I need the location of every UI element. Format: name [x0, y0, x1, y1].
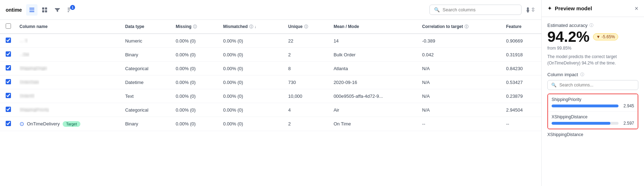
- col-name-cell: ...Del: [14, 48, 119, 62]
- impact-bar-fill: [552, 122, 610, 125]
- list-view-button[interactable]: [26, 4, 38, 16]
- table-row: ⊙ OnTimeDelivery Target Binary 0.00% (0)…: [0, 117, 541, 131]
- feature-cell: 0.31918: [501, 48, 541, 62]
- impact-bar-row: 2.597: [552, 121, 634, 126]
- data-table: Column name Data type Missing ⓘ Mismatch…: [0, 20, 541, 131]
- panel-close-button[interactable]: ×: [634, 5, 638, 12]
- row-checkbox[interactable]: [6, 51, 11, 57]
- feature-cell: 0.53427: [501, 75, 541, 89]
- collapse-button[interactable]: ⇳: [524, 4, 536, 16]
- unique-cell: 22: [283, 34, 328, 48]
- mismatched-sort-icon[interactable]: ↓: [255, 24, 257, 29]
- extra-impact-item: XShippingDistance: [547, 129, 638, 137]
- table-row: OrderDate Datetime 0.00% (0) 0.00% (0) 7…: [0, 75, 541, 89]
- unique-cell: 8: [283, 62, 328, 75]
- table-row: OrderID Text 0.00% (0) 0.00% (0) 10,000 …: [0, 89, 541, 103]
- impact-bar-bg: [552, 105, 619, 107]
- header-correlation: Correlation to target ⓘ: [416, 20, 500, 34]
- impact-value: 2.597: [621, 121, 634, 126]
- accuracy-info-icon[interactable]: ⓘ: [589, 23, 593, 28]
- row-checkbox-cell: [0, 75, 14, 89]
- correlation-cell: N/A: [416, 89, 500, 103]
- missing-cell: 0.00% (0): [170, 117, 217, 131]
- mismatched-cell: 0.00% (0): [217, 117, 283, 131]
- correlation-cell: --: [416, 117, 500, 131]
- row-checkbox[interactable]: [6, 79, 11, 84]
- impact-item-name: XShippingDistance: [552, 114, 634, 119]
- mismatched-cell: 0.00% (0): [217, 48, 283, 62]
- data-type-cell: Categorical: [119, 103, 170, 117]
- row-checkbox-cell: [0, 48, 14, 62]
- svg-rect-0: [29, 8, 34, 9]
- mean-mode-cell: Atlanta: [328, 62, 416, 75]
- row-checkbox[interactable]: [6, 107, 11, 112]
- row-checkbox-cell: [0, 62, 14, 75]
- svg-rect-8: [68, 10, 70, 10]
- column-impact-label: Column impact ⓘ: [547, 72, 638, 77]
- accuracy-desc: The model predicts the correct target (O…: [547, 53, 638, 66]
- data-type-cell: Datetime: [119, 75, 170, 89]
- panel-search-box: 🔍: [547, 80, 638, 90]
- table-row: .... 5 Numeric 0.00% (0) 0.00% (0) 22 14…: [0, 34, 541, 48]
- column-name-value: OrderID: [19, 94, 35, 98]
- header-mean-mode: Mean / Mode: [328, 20, 416, 34]
- data-type-cell: Binary: [119, 117, 170, 131]
- panel-header: ✦ Preview model ×: [542, 0, 644, 17]
- svg-rect-4: [45, 7, 47, 10]
- correlation-cell: 0.042: [416, 48, 500, 62]
- header-column-name: Column name: [14, 20, 119, 34]
- svg-rect-3: [42, 7, 44, 10]
- accuracy-row: 94.2% ▼ -5.65%: [547, 29, 638, 44]
- feature-cell: --: [501, 117, 541, 131]
- unique-cell: 730: [283, 75, 328, 89]
- impact-bar-row: 2.945: [552, 103, 634, 108]
- panel-title: Preview model: [555, 5, 632, 11]
- row-checkbox[interactable]: [6, 121, 11, 126]
- mean-mode-cell: Air: [328, 103, 416, 117]
- select-all-checkbox[interactable]: [6, 23, 11, 29]
- missing-info-icon[interactable]: ⓘ: [193, 24, 197, 29]
- mismatched-cell: 0.00% (0): [217, 103, 283, 117]
- filter-button[interactable]: [52, 4, 63, 16]
- unique-cell: 10,000: [283, 89, 328, 103]
- correlation-cell: N/A: [416, 75, 500, 89]
- mismatched-cell: 0.00% (0): [217, 34, 283, 48]
- missing-cell: 0.00% (0): [170, 75, 217, 89]
- mismatched-info-icon[interactable]: ⓘ: [249, 24, 253, 29]
- app-title: ontime: [6, 7, 22, 13]
- col-name-cell: ShippingPriority: [14, 103, 119, 117]
- right-panel: ✦ Preview model × Estimated accuracy ⓘ 9…: [541, 0, 644, 186]
- data-type-cell: Categorical: [119, 62, 170, 75]
- header-feature: Feature: [501, 20, 541, 34]
- row-checkbox[interactable]: [6, 65, 11, 71]
- row-checkbox[interactable]: [6, 38, 11, 43]
- column-name-value: ShippingPriority: [19, 107, 49, 112]
- search-columns-input[interactable]: [443, 7, 517, 12]
- col-name-cell: OrderID: [14, 89, 119, 103]
- correlation-info-icon[interactable]: ⓘ: [465, 24, 468, 29]
- mean-mode-cell: On Time: [328, 117, 416, 131]
- header-missing: Missing ⓘ: [170, 20, 217, 34]
- column-name-value: ShippingOrigin: [19, 66, 47, 71]
- data-type-cell: Text: [119, 89, 170, 103]
- table-row: ...Del Binary 0.00% (0) 0.00% (0) 2 Bulk…: [0, 48, 541, 62]
- row-checkbox-cell: [0, 103, 14, 117]
- panel-search-input[interactable]: [559, 83, 634, 88]
- sort-button[interactable]: 1: [64, 4, 76, 16]
- search-columns-box: 🔍: [429, 5, 522, 15]
- unique-cell: 2: [283, 48, 328, 62]
- row-checkbox[interactable]: [6, 93, 11, 98]
- header-mismatched: Mismatched ⓘ ↓: [217, 20, 283, 34]
- impact-value: 2.945: [621, 103, 634, 108]
- column-impact-info-icon[interactable]: ⓘ: [580, 72, 584, 77]
- grid-view-button[interactable]: [39, 4, 50, 16]
- filter-badge: 1: [70, 5, 75, 10]
- accuracy-delta: ▼ -5.65%: [593, 33, 618, 40]
- mismatched-cell: 0.00% (0): [217, 62, 283, 75]
- search-icon: 🔍: [434, 7, 440, 12]
- from-text: from 99.85%: [547, 46, 638, 51]
- feature-cell: 0.84230: [501, 62, 541, 75]
- panel-body: Estimated accuracy ⓘ 94.2% ▼ -5.65% from…: [542, 17, 644, 186]
- column-name-value: OrderDate: [19, 80, 39, 85]
- unique-info-icon[interactable]: ⓘ: [304, 24, 308, 29]
